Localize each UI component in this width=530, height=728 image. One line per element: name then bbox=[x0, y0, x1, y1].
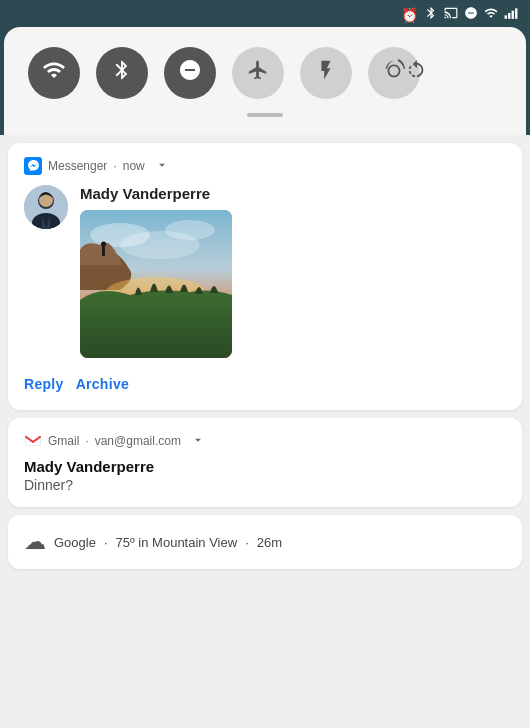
avatar bbox=[24, 185, 68, 229]
airplane-tile[interactable] bbox=[232, 47, 284, 99]
weather-time: 26m bbox=[257, 535, 282, 550]
wifi-icon bbox=[484, 6, 498, 23]
gmail-account: van@gmail.com bbox=[95, 434, 181, 448]
notifications-area: Messenger · now bbox=[0, 135, 530, 728]
dnd-tile-icon bbox=[178, 58, 202, 88]
cloud-icon: ☁ bbox=[24, 529, 46, 555]
gmail-dot: · bbox=[85, 434, 88, 448]
wifi-tile-icon bbox=[42, 58, 66, 88]
messenger-time: now bbox=[123, 159, 145, 173]
gmail-subject: Dinner? bbox=[24, 477, 506, 493]
bluetooth-tile[interactable] bbox=[96, 47, 148, 99]
svg-rect-3 bbox=[515, 8, 517, 18]
messenger-actions: Reply Archive bbox=[24, 372, 506, 396]
gmail-notif-header: Gmail · van@gmail.com bbox=[24, 432, 506, 450]
gmail-notification: Gmail · van@gmail.com Mady Vanderperre D… bbox=[8, 418, 522, 507]
archive-button[interactable]: Archive bbox=[76, 372, 141, 396]
bluetooth-tile-icon bbox=[111, 59, 133, 87]
messenger-expand-icon[interactable] bbox=[155, 158, 169, 175]
flashlight-tile[interactable] bbox=[300, 47, 352, 99]
messenger-app-name: Messenger bbox=[48, 159, 107, 173]
gmail-app-name: Gmail bbox=[48, 434, 79, 448]
wifi-tile[interactable] bbox=[28, 47, 80, 99]
drag-handle bbox=[247, 113, 283, 117]
svg-rect-2 bbox=[512, 11, 514, 19]
messenger-notif-header: Messenger · now bbox=[24, 157, 506, 175]
weather-temp: 75º in Mountain View bbox=[116, 535, 238, 550]
messenger-icon-letter bbox=[27, 159, 40, 174]
flashlight-tile-icon bbox=[315, 59, 337, 87]
weather-dot2: · bbox=[245, 535, 249, 550]
rotate-tile-icon bbox=[383, 59, 405, 87]
dnd-icon bbox=[464, 6, 478, 23]
gmail-expand-icon[interactable] bbox=[191, 433, 205, 450]
quick-settings-panel bbox=[4, 27, 526, 135]
messenger-app-icon bbox=[24, 157, 42, 175]
svg-point-11 bbox=[120, 231, 200, 259]
gmail-sender: Mady Vanderperre bbox=[24, 458, 506, 475]
weather-dot1: · bbox=[104, 535, 108, 550]
signal-icon bbox=[504, 6, 518, 23]
messenger-notification: Messenger · now bbox=[8, 143, 522, 410]
gmail-app-icon bbox=[24, 432, 42, 450]
messenger-sender: Mady Vanderperre bbox=[80, 185, 506, 202]
airplane-tile-icon bbox=[247, 59, 269, 87]
svg-rect-13 bbox=[102, 246, 105, 256]
weather-app-name: Google bbox=[54, 535, 96, 550]
messenger-dot: · bbox=[113, 159, 116, 173]
weather-notification: ☁ Google · 75º in Mountain View · 26m bbox=[8, 515, 522, 569]
svg-point-14 bbox=[101, 242, 106, 247]
dnd-tile[interactable] bbox=[164, 47, 216, 99]
messenger-image bbox=[80, 210, 232, 358]
svg-rect-0 bbox=[505, 15, 507, 18]
bluetooth-icon bbox=[424, 6, 438, 23]
svg-rect-1 bbox=[508, 13, 510, 19]
messenger-notif-content: Mady Vanderperre bbox=[80, 185, 506, 358]
cast-icon bbox=[444, 6, 458, 23]
alarm-icon: ⏰ bbox=[401, 7, 418, 23]
status-bar: ⏰ bbox=[0, 0, 530, 27]
reply-button[interactable]: Reply bbox=[24, 372, 76, 396]
quick-tiles-row bbox=[28, 47, 502, 99]
messenger-notif-body: Mady Vanderperre bbox=[24, 185, 506, 358]
rotate-tile[interactable] bbox=[368, 47, 420, 99]
